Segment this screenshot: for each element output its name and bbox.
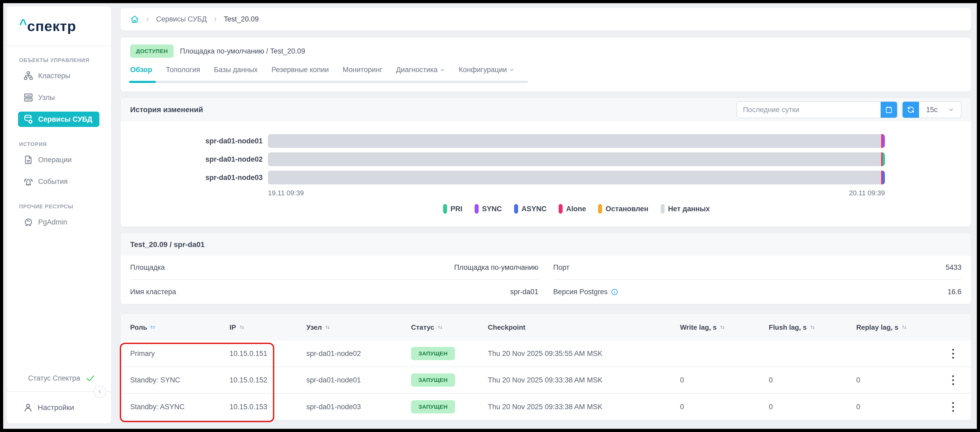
date-range-input[interactable] — [737, 102, 881, 118]
refresh-button[interactable] — [903, 102, 919, 118]
tab-label: Обзор — [130, 66, 152, 74]
column-header-status[interactable]: Статус — [411, 324, 488, 332]
sort-icon — [901, 324, 907, 330]
sidebar-item-label: Узлы — [38, 94, 55, 102]
sidebar-collapse-button[interactable] — [94, 385, 106, 398]
tab-backups[interactable]: Резервные копии — [271, 66, 329, 81]
column-header-node[interactable]: Узел — [306, 324, 411, 332]
operations-icon — [23, 155, 33, 165]
status-ok-check-icon — [86, 373, 95, 383]
cell-ip: 10.15.0.153 — [229, 403, 306, 411]
sidebar-item-label: События — [38, 178, 68, 186]
tab-label: Базы данных — [214, 66, 258, 74]
cell-checkpoint: Thu 20 Nov 2025 09:33:38 AM MSK — [488, 376, 680, 384]
tab-label: Топология — [166, 66, 200, 74]
tab-label: Резервные копии — [271, 66, 329, 74]
table-row-primary: Primary 10.15.0.151 spr-da01-node02 ЗАПУ… — [121, 341, 971, 367]
sort-icon — [437, 324, 443, 330]
detail-row-site: Площадка Площадка по-умолчанию — [130, 256, 538, 280]
column-label: Replay lag, s — [856, 324, 898, 332]
column-header-replay-lag[interactable]: Replay lag, s — [856, 324, 942, 332]
legend-color-pill — [598, 204, 602, 214]
sort-ascending-icon — [150, 324, 156, 330]
sidebar-section-history: ИСТОРИЯ — [19, 141, 111, 147]
info-icon[interactable] — [611, 289, 618, 296]
sort-icon — [325, 324, 331, 330]
tab-bar: Обзор Топология Базы данных Резервные ко… — [130, 66, 528, 81]
spektr-status-label: Статус Спектра — [28, 374, 80, 383]
cell-write-lag: 0 — [680, 403, 769, 411]
detail-label: Имя кластера — [130, 288, 176, 296]
sidebar-section-other: ПРОЧИЕ РЕСУРСЫ — [19, 204, 111, 210]
sidebar-item-nodes[interactable]: Узлы — [18, 90, 99, 105]
timeline-segment — [268, 134, 881, 148]
cell-role: Primary — [130, 349, 229, 358]
timeline-bar[interactable] — [268, 171, 885, 185]
legend-label: Нет данных — [668, 205, 710, 213]
settings-button[interactable]: Настройки — [7, 392, 111, 424]
sidebar-item-label: Сервисы СУБД — [38, 115, 92, 123]
legend-label: PRI — [450, 205, 463, 213]
tab-monitoring[interactable]: Мониторинг — [343, 66, 382, 81]
history-title: История изменений — [130, 105, 203, 114]
timeline-bar[interactable] — [268, 152, 885, 166]
sidebar: ^спектр ОБЪЕКТЫ УПРАВЛЕНИЯ Кластеры Узлы… — [7, 6, 111, 424]
column-header-role[interactable]: Роль — [130, 324, 229, 332]
chevron-left-icon — [97, 389, 103, 394]
timeline-chart: spr-da01-node01spr-da01-node02spr-da01-n… — [121, 121, 971, 214]
sidebar-item-db-services[interactable]: Сервисы СУБД — [18, 112, 99, 127]
interval-select[interactable]: 15с — [919, 102, 961, 118]
breadcrumb-item-services[interactable]: Сервисы СУБД — [156, 15, 207, 23]
column-header-flush-lag[interactable]: Flush lag, s — [769, 324, 856, 332]
row-actions-menu[interactable] — [951, 400, 956, 413]
sidebar-item-events[interactable]: События — [18, 174, 99, 189]
sort-icon — [719, 324, 725, 330]
app-logo[interactable]: ^спектр — [7, 6, 111, 46]
tab-databases[interactable]: Базы данных — [214, 66, 258, 81]
sidebar-item-label: PgAdmin — [38, 218, 67, 226]
cell-checkpoint: Thu 20 Nov 2025 09:35:55 AM MSK — [488, 349, 680, 358]
cell-role: Standby: SYNC — [130, 376, 229, 384]
details-header: Test_20.09 / spr-da01 — [121, 233, 971, 256]
detail-label: Версия Postgres — [553, 288, 608, 296]
tab-configurations[interactable]: Конфигурации — [459, 66, 514, 81]
sidebar-item-pgadmin[interactable]: PgAdmin — [18, 214, 99, 230]
refresh-icon — [907, 106, 915, 114]
legend-label: SYNC — [482, 205, 502, 213]
timeline-segment — [268, 152, 881, 166]
sidebar-item-operations[interactable]: Операции — [18, 152, 99, 167]
tab-overview[interactable]: Обзор — [130, 66, 152, 81]
calendar-button[interactable] — [881, 102, 897, 118]
status-running-badge: ЗАПУЩЕН — [411, 347, 455, 360]
timeline-node-label: spr-da01-node01 — [121, 137, 268, 145]
cell-node: spr-da01-node01 — [306, 376, 411, 384]
tab-topology[interactable]: Топология — [166, 66, 200, 81]
legend-color-pill — [514, 204, 518, 214]
detail-row-cluster-name: Имя кластера spr-da01 — [130, 280, 538, 304]
cell-write-lag: 0 — [680, 376, 769, 384]
breadcrumb-item-current: Test_20.09 — [224, 15, 259, 23]
row-actions-menu[interactable] — [951, 347, 956, 360]
cell-checkpoint: Thu 20 Nov 2025 09:33:38 AM MSK — [488, 403, 680, 411]
details-title: Test_20.09 / spr-da01 — [130, 241, 205, 249]
timeline-row: spr-da01-node01 — [121, 134, 971, 148]
timeline-start-label: 19.11 09:39 — [268, 189, 304, 197]
cell-node: spr-da01-node02 — [306, 349, 411, 358]
home-icon[interactable] — [130, 15, 139, 24]
timeline-bar[interactable] — [268, 134, 885, 148]
column-header-ip[interactable]: IP — [229, 324, 306, 332]
column-header-write-lag[interactable]: Write lag, s — [680, 324, 769, 332]
cell-flush-lag: 0 — [769, 376, 856, 384]
tab-diagnostics[interactable]: Диагностика — [396, 66, 445, 81]
column-label: Flush lag, s — [769, 324, 807, 332]
timeline-segment — [883, 171, 885, 185]
legend-item: Остановлен — [598, 204, 648, 214]
status-badge: ДОСТУПЕН — [130, 45, 173, 58]
timeline-end-label: 20.11 09:39 — [849, 189, 885, 197]
sidebar-item-clusters[interactable]: Кластеры — [18, 68, 99, 83]
row-actions-menu[interactable] — [951, 374, 956, 387]
breadcrumb: Сервисы СУБД Test_20.09 — [121, 8, 971, 30]
service-header-card: ДОСТУПЕН Площадка по-умолчанию / Test_20… — [121, 38, 971, 91]
table-row-standby-sync: Standby: SYNC 10.15.0.152 spr-da01-node0… — [121, 367, 971, 394]
chevron-right-icon — [213, 17, 218, 22]
